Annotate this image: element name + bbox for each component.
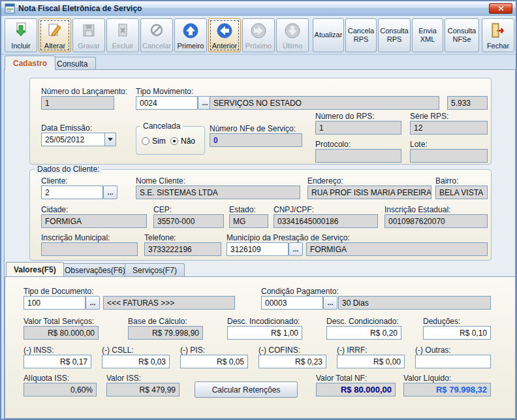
inscricao-estadual-field: 0010987620070 — [384, 214, 488, 228]
tipo-movimento-code-input[interactable] — [136, 96, 198, 110]
fechar-label: Fechar — [487, 42, 509, 50]
valor-total-nf-label: Valor Total NF: — [316, 374, 367, 383]
municipio-prestacao-label: Município da Prestação de Serviço: — [227, 233, 350, 242]
excluir-button[interactable]: Excluir — [106, 18, 139, 52]
municipio-prestacao-code-input[interactable] — [227, 242, 289, 256]
valor-total-nf-field: R$ 80.000,00 — [316, 383, 396, 396]
ultimo-button[interactable]: Último — [276, 18, 309, 52]
cancelada-nao-radio[interactable]: Não — [170, 137, 195, 146]
cnpj-field: 03341645000186 — [274, 214, 378, 228]
ultimo-icon — [284, 20, 301, 42]
lote-label: Lote: — [410, 140, 428, 149]
cancelada-nao-label: Não — [181, 137, 195, 146]
cancelada-sim-radio[interactable]: Sim — [142, 137, 166, 146]
deducoes-input[interactable] — [423, 326, 491, 340]
cep-label: CEP: — [153, 205, 172, 214]
primeiro-icon — [182, 20, 199, 42]
cliente-label: Cliente: — [41, 176, 68, 186]
cep-field: 35570-000 — [153, 214, 224, 228]
cofins-input[interactable] — [258, 355, 326, 368]
subtab-servicos-label: Serviços(F7) — [133, 266, 177, 275]
lote-field — [410, 149, 488, 163]
alterar-button[interactable]: Alterar — [39, 18, 71, 52]
aliquota-iss-field: 0,60% — [24, 383, 97, 396]
desc-incondicionado-input[interactable] — [227, 326, 302, 340]
cliente-lookup-button[interactable]: ... — [103, 186, 118, 199]
envia-xml-button[interactable]: Envia XML — [412, 18, 443, 52]
primeiro-label: Primeiro — [178, 42, 204, 50]
cancelar-label: Cancelar — [142, 42, 171, 50]
condicao-pagamento-code-input[interactable] — [261, 296, 323, 310]
cidade-label: Cidade: — [41, 205, 68, 214]
proximo-label: Próximo — [245, 42, 272, 50]
inscricao-municipal-field — [41, 242, 138, 256]
atualizar-button[interactable]: Atualizar — [313, 18, 344, 52]
csll-input[interactable] — [102, 355, 170, 368]
pis-label: (-) PIS: — [180, 346, 205, 355]
csll-label: (-) CSLL: — [102, 346, 134, 355]
subtab-servicos[interactable]: Serviços(F7) — [125, 263, 185, 276]
cadastro-page: Número do Lançamento: 1 Tipo Movimento: … — [4, 69, 516, 419]
incluir-label: Incluir — [11, 42, 30, 50]
consulta-nfse-button[interactable]: Consulta NFSe — [445, 18, 479, 52]
numero-lancamento-label: Número do Lançamento: — [41, 87, 127, 96]
data-emissao-dropdown-button[interactable] — [104, 133, 116, 146]
cliente-code-input[interactable] — [41, 186, 103, 199]
tab-consulta-label: Consulta — [57, 59, 87, 69]
condicao-pagamento-label: Condição Pagamento: — [261, 287, 339, 296]
bairro-field: BELA VISTA — [435, 186, 488, 199]
irrf-label: (-) IRRF: — [337, 346, 368, 355]
subtab-valores[interactable]: Valores(F5) — [6, 262, 64, 276]
outras-input[interactable] — [415, 355, 491, 368]
envia-xml-label: Envia XML — [413, 27, 442, 42]
pis-input[interactable] — [180, 355, 248, 368]
valor-total-servicos-label: Valor Total Serviços: — [24, 317, 94, 326]
cancelar-button[interactable]: Cancelar — [140, 18, 173, 52]
anterior-button[interactable]: Anterior — [208, 18, 241, 52]
cancela-rps-label: Cancela RPS — [347, 27, 375, 42]
cancelar-icon — [149, 20, 164, 42]
anterior-icon — [216, 20, 233, 42]
bairro-label: Bairro: — [435, 176, 458, 186]
ultimo-label: Último — [282, 42, 302, 50]
serie-rps-label: Série RPS: — [410, 112, 448, 121]
excluir-icon — [115, 20, 131, 42]
protocolo-field — [315, 149, 401, 163]
proximo-icon — [250, 20, 267, 42]
aliquota-iss-label: Alíquota ISS: — [24, 374, 69, 383]
calcular-retencoes-button[interactable]: Calcular Retenções — [195, 381, 298, 398]
valor-total-servicos-field: R$ 80.000,00 — [24, 326, 99, 340]
app-window: Nota Fiscal Eletrônica de Serviço Inclui… — [0, 0, 517, 420]
anterior-label: Anterior — [212, 42, 238, 50]
close-icon — [498, 6, 504, 11]
desc-condicionado-label: Desc. Condicionado: — [326, 317, 399, 326]
proximo-button[interactable]: Próximo — [242, 18, 275, 52]
desc-incondicionado-label: Desc. Incodicionado: — [227, 317, 300, 326]
inss-input[interactable] — [24, 355, 91, 368]
incluir-button[interactable]: Incluir — [5, 18, 37, 52]
app-icon — [5, 3, 15, 14]
municipio-prestacao-lookup-button[interactable]: ... — [289, 242, 303, 256]
subtab-valores-label: Valores(F5) — [14, 265, 56, 274]
primeiro-button[interactable]: Primeiro — [174, 18, 207, 52]
excluir-label: Excluir — [112, 42, 133, 50]
serie-rps-field: 12 — [410, 121, 488, 135]
numero-nfe-field: 0 — [210, 133, 302, 147]
subtab-observacoes[interactable]: Observações(F6) — [57, 263, 133, 276]
tipo-documento-code-input[interactable] — [24, 296, 86, 310]
fechar-button[interactable]: Fechar — [482, 18, 514, 52]
consulta-rps-button[interactable]: Consulta RPS — [378, 18, 411, 52]
desc-condicionado-input[interactable] — [326, 326, 401, 340]
gravar-button[interactable]: Gravar — [72, 18, 105, 52]
data-emissao-input[interactable] — [41, 133, 105, 146]
irrf-input[interactable] — [337, 355, 405, 368]
tipo-documento-lookup-button[interactable]: ... — [86, 296, 100, 310]
inscricao-estadual-label: Inscrição Estadual: — [384, 205, 450, 214]
nome-cliente-label: Nome Cliente: — [136, 176, 185, 186]
close-button[interactable] — [489, 3, 512, 14]
numero-rps-field: 1 — [315, 121, 401, 135]
outras-label: (-) Outras: — [415, 346, 451, 355]
condicao-pagamento-lookup-button[interactable]: ... — [323, 296, 337, 310]
tab-cadastro[interactable]: Cadastro — [5, 56, 55, 70]
cancela-rps-button[interactable]: Cancela RPS — [345, 18, 377, 52]
